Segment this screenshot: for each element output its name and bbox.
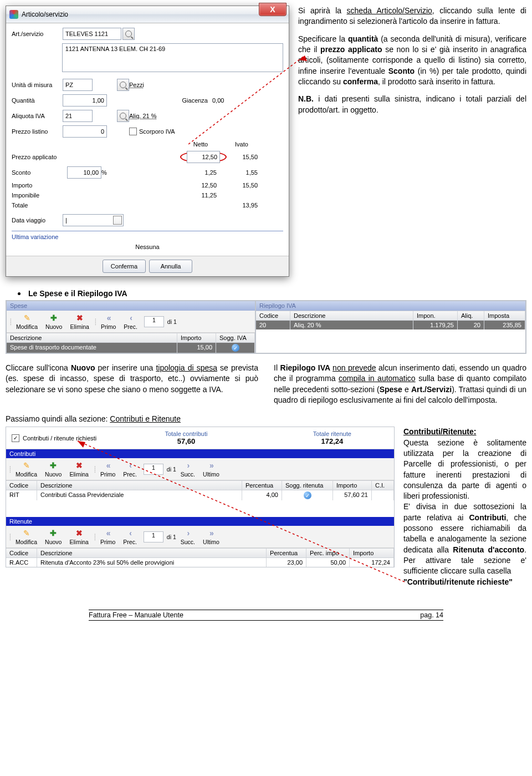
giacenza-val: 0,00 — [212, 97, 241, 104]
col-descrizione: Descrizione — [37, 549, 267, 557]
spese-riepilogo-panels: Spese ┊ ✎Modifica ✚Nuovo ✖Elimina ┊ «Pri… — [6, 300, 526, 354]
col-percentuale: Percentua — [267, 549, 306, 557]
calendar-icon[interactable] — [113, 216, 122, 225]
articolo-servizio-dialog: Articolo/servizio X Art./servizio TELEVE… — [6, 6, 289, 277]
search-icon[interactable] — [122, 28, 135, 40]
contributi-bar: Contributi — [6, 449, 394, 458]
succ-button[interactable]: ›Succ. — [177, 527, 198, 546]
page-input[interactable]: 1 — [144, 316, 164, 327]
ivato-header: Ivato — [221, 141, 262, 148]
page-footer: Fattura Free – Manuale Utente pag. 14 — [6, 610, 526, 621]
iva-desc: Aliq. 21 % — [129, 113, 212, 119]
modifica-button[interactable]: ✎Modifica — [13, 312, 41, 331]
dialog-title: Articolo/servizio — [22, 11, 289, 18]
ultima-variazione-val: Nessuna — [12, 240, 283, 253]
art-servizio-label: Art./servizio — [12, 31, 63, 37]
modifica-button[interactable]: ✎Modifica — [12, 527, 40, 546]
giacenza-label: Giacenza — [129, 97, 212, 104]
footer-left: Fattura Free – Manuale Utente — [89, 611, 183, 619]
col-descrizione: Descrizione — [37, 481, 242, 490]
contributi-toolbar: ┊ ✎Modifica ✚Nuovo ✖Elimina ┊ «Primo ‹Pr… — [6, 458, 394, 480]
prec-button[interactable]: ‹Prec. — [120, 527, 140, 546]
ultimo-button[interactable]: »Ultimo — [200, 459, 223, 479]
page-total: di 1 — [167, 318, 177, 325]
sconto-netto: 1,25 — [180, 169, 221, 176]
totale-contributi-val: 57,60 — [130, 437, 242, 445]
spese-riepilogo-text: Cliccare sull'icona Nuovo per inserire u… — [6, 363, 526, 405]
panel-spese: Spese ┊ ✎Modifica ✚Nuovo ✖Elimina ┊ «Pri… — [6, 301, 255, 353]
prec-button[interactable]: ‹Prec. — [120, 459, 140, 479]
annulla-button[interactable]: Annulla — [149, 260, 192, 273]
plist-input[interactable]: 0 — [63, 125, 107, 138]
grip-icon: ┊ — [9, 318, 12, 325]
um-desc: Pezzi — [129, 82, 212, 88]
section-spese-riepilogo: Le Spese e il Riepilogo IVA — [6, 289, 526, 298]
nuovo-button[interactable]: ✚Nuovo — [42, 312, 65, 331]
col-importo: Importo — [350, 549, 394, 557]
page-input[interactable]: 1 — [144, 531, 163, 542]
table-row[interactable]: R.ACC Ritenuta d'Acconto 23% sul 50% del… — [6, 558, 394, 567]
nuovo-button[interactable]: ✚Nuovo — [42, 459, 65, 479]
primo-button[interactable]: «Primo — [97, 459, 119, 479]
primo-button[interactable]: «Primo — [97, 527, 119, 546]
table-row[interactable]: 20 Aliq. 20 % 1.179,25 20 235,85 — [256, 321, 525, 329]
grip-icon: ┊ — [94, 318, 96, 325]
succ-button[interactable]: ›Succ. — [177, 459, 198, 479]
col-impon: Impon. — [413, 311, 458, 320]
col-percentuale: Percentua — [242, 481, 282, 490]
prec-button[interactable]: ‹Prec. — [120, 312, 141, 331]
iva-label: Aliquota IVA — [12, 113, 63, 119]
imponibile-val: 11,25 — [180, 192, 221, 199]
scorporo-checkbox[interactable]: Scorporo IVA — [129, 128, 212, 135]
dialog-titlebar: Articolo/servizio X — [6, 6, 289, 23]
importo-ivato: 15,50 — [221, 182, 262, 189]
passiamo-line: Passiamo quindi alla sezione: Contributi… — [6, 414, 526, 423]
grip-icon: ┊ — [93, 534, 96, 540]
um-input[interactable]: PZ — [63, 79, 93, 91]
prezzo-applicato-highlight: 12,50 — [180, 151, 227, 163]
totale-ritenute-val: 172,24 — [276, 437, 388, 445]
conferma-button[interactable]: Conferma — [103, 260, 146, 273]
totale-ritenute-label: Totale ritenute — [276, 430, 388, 437]
panel-contributi-ritenute: ✓ Contributi / ritenute richiesti Totale… — [6, 427, 395, 567]
panel-riepilogo-title: Riepilogo IVA — [256, 301, 525, 311]
totale-val: 13,95 — [221, 202, 262, 209]
contributi-ritenute-checkbox[interactable]: ✓ Contributi / ritenute richiesti — [12, 434, 96, 442]
ultimo-button[interactable]: »Ultimo — [200, 527, 223, 546]
search-icon[interactable] — [117, 79, 129, 91]
search-icon[interactable] — [117, 110, 129, 122]
col-ci: C.I. — [372, 481, 394, 490]
col-descrizione: Descrizione — [290, 311, 413, 320]
col-codice: Codice — [256, 311, 290, 320]
table-row[interactable]: RIT Contributi Cassa Previdenziale 4,00 … — [6, 490, 394, 500]
elimina-button[interactable]: ✖Elimina — [66, 312, 92, 331]
importo-netto: 12,50 — [180, 182, 221, 189]
art-desc-textarea[interactable]: 1121 ANTENNA 13 ELEM. CH 21-69 — [62, 43, 283, 72]
contributi-side-text: Contributi/Ritenute: Questa sezione è so… — [403, 427, 526, 587]
col-codice: Codice — [6, 549, 37, 557]
iva-input[interactable]: 21 — [63, 110, 93, 122]
papp-netto-input[interactable]: 12,50 — [187, 151, 220, 163]
elimina-button[interactable]: ✖Elimina — [66, 459, 91, 479]
art-code-input[interactable]: TELEVES 1121 — [63, 28, 121, 40]
footer-right: pag. 14 — [420, 611, 443, 619]
nuovo-button[interactable]: ✚Nuovo — [42, 527, 65, 546]
col-sogg-ritenuta: Sogg. ritenuta — [282, 481, 333, 490]
description-column: Si aprirà la scheda Articolo/Servizio, c… — [298, 6, 526, 122]
page-input[interactable]: 1 — [144, 464, 163, 475]
modifica-button[interactable]: ✎Modifica — [12, 459, 40, 479]
table-row[interactable]: Spese di trasporto documentate 15,00 ✓ — [7, 343, 255, 353]
primo-button[interactable]: «Primo — [98, 312, 119, 331]
data-viaggio-input[interactable]: | — [63, 214, 124, 226]
sconto-input[interactable]: 10,00 — [67, 166, 101, 179]
imponibile-label: Imponibile — [12, 192, 67, 199]
totale-contributi-label: Totale contributi — [130, 430, 242, 437]
close-icon[interactable]: X — [259, 3, 287, 16]
plist-label: Prezzo listino — [12, 128, 63, 135]
importo-label: Importo — [12, 182, 67, 189]
elimina-button[interactable]: ✖Elimina — [66, 527, 91, 546]
panel-riepilogo-iva: Riepilogo IVA Codice Descrizione Impon. … — [255, 301, 526, 353]
papp-label: Prezzo applicato — [12, 154, 67, 160]
netto-header: Netto — [180, 141, 221, 148]
qta-input[interactable]: 1,00 — [63, 94, 107, 106]
